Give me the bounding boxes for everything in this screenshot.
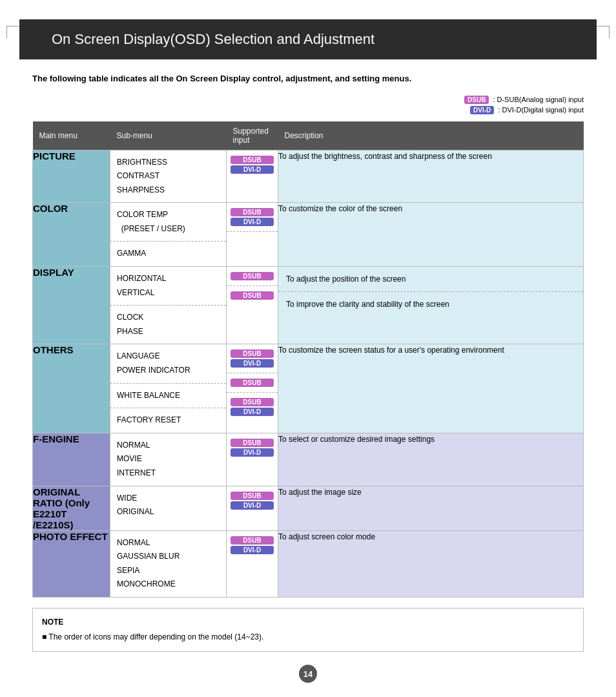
supported-ratio: DSUB DVI-D: [227, 486, 278, 530]
dsub-badge: DSUB: [464, 96, 489, 104]
supported-group: DSUB DVI-D: [227, 531, 278, 559]
sub-item: HORIZONTAL: [117, 272, 220, 286]
sub-group-display-1: HORIZONTAL VERTICAL: [110, 267, 226, 305]
dvid-badge: DVI-D: [470, 106, 494, 114]
sub-group-others-2: WHITE BALANCE: [110, 383, 226, 408]
supported-group: DSUB DVI-D: [227, 344, 278, 373]
desc-photo: To adjust screen color mode: [278, 530, 584, 597]
desc-display-1: To adjust the position of the screen: [278, 267, 583, 292]
sub-group-color-2: GAMMA: [110, 241, 226, 266]
sub-item: POWER INDICATOR: [117, 364, 220, 378]
desc-color: To customize the color of the screen: [278, 203, 584, 267]
table-row: DISPLAY HORIZONTAL VERTICAL CLOCK PHASE: [33, 267, 584, 344]
intro-text: The following table indicates all the On…: [32, 72, 584, 85]
sub-menu-photo-effect: NORMAL GAUSSIAN BLUR SEPIA MONOCHROME: [110, 530, 227, 597]
table-row: PICTURE BRIGHTNESS CONTRAST SHARPNESS DS…: [33, 150, 584, 203]
table-row: OTHERS LANGUAGE POWER INDICATOR WHITE BA…: [33, 344, 584, 433]
th-sub: Sub-menu: [110, 121, 227, 151]
sub-item: WIDE: [117, 492, 220, 506]
dsub-badge: DSUB: [231, 492, 274, 500]
sub-group-picture: BRIGHTNESS CONTRAST SHARPNESS: [110, 151, 226, 203]
sub-group-photo: NORMAL GAUSSIAN BLUR SEPIA MONOCHROME: [110, 531, 226, 597]
sub-item: GAMMA: [117, 247, 220, 261]
sub-group-fengine: NORMAL MOVIE INTERNET: [110, 433, 226, 486]
page-title: On Screen Display(OSD) Selection and Adj…: [52, 31, 375, 47]
sub-group-color-1: COLOR TEMP (PRESET / USER): [110, 203, 226, 241]
supported-group-2: DSUB: [227, 373, 278, 392]
sub-group-others-1: LANGUAGE POWER INDICATOR: [110, 344, 226, 382]
sub-group-display-2: CLOCK PHASE: [110, 305, 226, 344]
supported-group-2: [227, 231, 278, 242]
note-title: NOTE: [42, 616, 574, 629]
supported-picture: DSUB DVI-D: [227, 150, 278, 203]
dvid-badge: DVI-D: [231, 448, 274, 457]
sub-item: NORMAL: [117, 439, 220, 453]
main-menu-others: OTHERS: [33, 344, 110, 433]
sub-item: GAUSSIAN BLUR: [117, 550, 220, 564]
sub-item: NORMAL: [117, 536, 220, 550]
sub-item: LANGUAGE: [117, 349, 220, 364]
dsub-badge: DSUB: [231, 349, 274, 358]
supported-fengine: DSUB DVI-D: [227, 433, 278, 486]
dsub-badge: DSUB: [231, 272, 274, 280]
desc-display: To adjust the position of the screen To …: [278, 267, 584, 344]
supported-group: DSUB DVI-D: [227, 203, 278, 231]
dsub-badge: DSUB: [231, 291, 274, 300]
supported-group-3: DSUB DVI-D: [227, 392, 278, 421]
table-row: F-ENGINE NORMAL MOVIE INTERNET DSUB DVI-…: [33, 433, 584, 486]
sub-item: MOVIE: [117, 452, 220, 466]
content-area: The following table indicates all the On…: [0, 59, 616, 697]
sub-menu-display: HORIZONTAL VERTICAL CLOCK PHASE: [110, 267, 227, 344]
page-number-area: 14: [32, 665, 584, 683]
supported-display: DSUB DSUB: [227, 267, 278, 344]
sub-menu-fengine: NORMAL MOVIE INTERNET: [110, 433, 227, 486]
sub-item: SHARPNESS: [117, 183, 220, 198]
table-row: COLOR COLOR TEMP (PRESET / USER) GAMMA D…: [33, 203, 584, 267]
table-row: ORIGINAL RATIO (Only E2210T /E2210S) WID…: [33, 486, 584, 530]
dsub-badge: DSUB: [231, 439, 274, 447]
sub-item: CONTRAST: [117, 169, 220, 183]
dvid-badge: DVI-D: [231, 546, 274, 554]
main-menu-picture: PICTURE: [33, 150, 110, 203]
dsub-badge: DSUB: [231, 379, 274, 387]
desc-fengine: To select or customize desired image set…: [278, 433, 584, 486]
table-row: PHOTO EFFECT NORMAL GAUSSIAN BLUR SEPIA …: [33, 530, 584, 597]
sub-item: SEPIA: [117, 564, 220, 578]
dsub-badge: DSUB: [231, 398, 274, 406]
main-menu-display: DISPLAY: [33, 267, 110, 344]
desc-picture: To adjust the brightness, contrast and s…: [278, 150, 584, 203]
main-menu-photo-effect: PHOTO EFFECT: [33, 530, 110, 597]
note-box: NOTE ■ The order of icons may differ dep…: [32, 608, 584, 652]
corner-mark-tr: [597, 26, 610, 39]
sub-item: (PRESET / USER): [117, 222, 220, 236]
supported-group: DSUB: [227, 267, 278, 286]
osd-table: Main menu Sub-menu Supported input Descr…: [32, 121, 584, 598]
supported-others: DSUB DVI-D DSUB DSUB DVI-D: [227, 344, 278, 433]
sub-item: VERTICAL: [117, 286, 220, 300]
page-header: On Screen Display(OSD) Selection and Adj…: [19, 19, 597, 59]
sub-item: ORIGINAL: [117, 505, 220, 519]
supported-group-2: DSUB: [227, 286, 278, 305]
supported-color: DSUB DVI-D: [227, 203, 278, 267]
th-desc: Description: [278, 121, 584, 151]
sub-menu-others: LANGUAGE POWER INDICATOR WHITE BALANCE F…: [110, 344, 227, 433]
sub-item: WHITE BALANCE: [117, 389, 220, 403]
page-number: 14: [299, 665, 317, 683]
dvid-badge: DVI-D: [231, 501, 274, 510]
supported-group: DSUB DVI-D: [227, 433, 278, 462]
note-text: ■ The order of icons may differ dependin…: [42, 631, 574, 643]
sub-item: BRIGHTNESS: [117, 156, 220, 170]
dsub-badge: DSUB: [231, 208, 274, 216]
dsub-badge: DSUB: [231, 536, 274, 545]
main-menu-color: COLOR: [33, 203, 110, 267]
sub-item: PHASE: [117, 325, 220, 339]
dvid-badge: DVI-D: [231, 408, 274, 416]
legend-dsub: DSUB : D-SUB(Analog signal) input: [464, 96, 584, 104]
main-menu-original-ratio: ORIGINAL RATIO (Only E2210T /E2210S): [33, 486, 110, 530]
legend-dvid: DVI-D : DVI-D(Digital signal) input: [470, 106, 584, 114]
sub-item: INTERNET: [117, 466, 220, 481]
supported-group: DSUB DVI-D: [227, 486, 278, 515]
desc-display-2: To improve the clarity and stability of …: [278, 292, 583, 317]
dvid-desc: : DVI-D(Digital signal) input: [498, 106, 584, 114]
desc-others: To customize the screen status for a use…: [278, 344, 584, 433]
